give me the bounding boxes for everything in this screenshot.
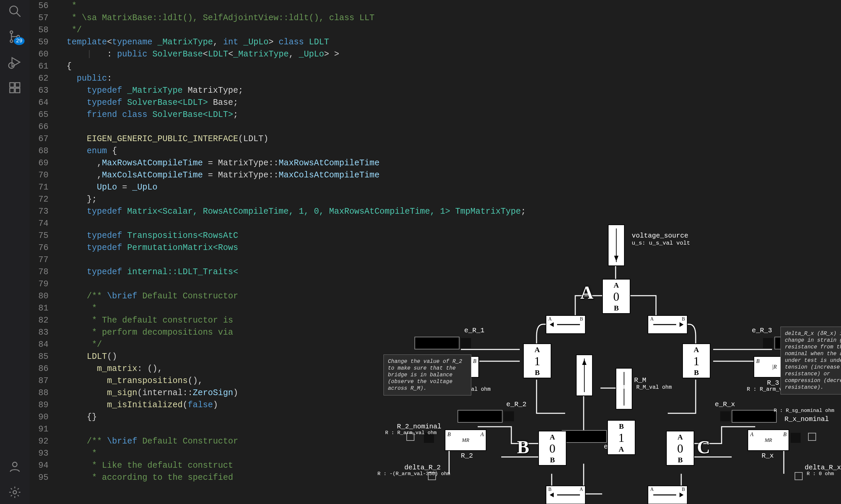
- svg-marker-5: [12, 58, 20, 67]
- svg-point-0: [10, 6, 17, 14]
- center-flow-block: [576, 355, 593, 396]
- svg-rect-8: [16, 83, 20, 87]
- value-RM: R : R_M_val ohm: [623, 384, 672, 391]
- svg-rect-10: [16, 88, 20, 93]
- effort-eR2: [458, 410, 502, 423]
- resistor-Rx: ABMR: [748, 429, 789, 451]
- label-eR2: e_R_2: [506, 400, 527, 408]
- junction-C: AB: [666, 431, 694, 466]
- bond-A-right: AB: [648, 315, 688, 334]
- voltage-source-block: [608, 224, 625, 266]
- svg-line-1: [16, 13, 20, 17]
- junction-A: AB: [602, 279, 631, 314]
- note-left: Change the value of R_2 to make sure tha…: [383, 355, 471, 395]
- junction-left-1: AB: [523, 343, 551, 378]
- label-eR3: e_R_3: [752, 327, 772, 334]
- note-right: delta_R_x (δR_x) is the change in strain…: [780, 327, 841, 394]
- label-R2: R_2: [461, 452, 473, 460]
- value-Rx-nominal: R : R_sg_nominal ohm: [774, 408, 834, 414]
- run-debug-icon[interactable]: [7, 54, 22, 70]
- search-icon[interactable]: [7, 3, 22, 19]
- settings-icon[interactable]: [7, 485, 22, 500]
- voltage-source-value: u_s: u_s_val volt: [632, 240, 690, 246]
- svg-point-11: [13, 462, 17, 467]
- effort-eRx: [732, 410, 777, 423]
- svg-marker-16: [583, 360, 586, 364]
- activity-bar: 29: [0, 0, 30, 504]
- source-control-icon[interactable]: 29: [7, 29, 22, 44]
- value-deltaRx: R : 0 ohm: [807, 471, 834, 477]
- value-deltaR2: R : -(R_arm_val-350) ohm: [377, 471, 450, 477]
- circuit-diagram-overlay: voltage_source u_s: u_s_val volt AB A AB…: [320, 0, 841, 504]
- resistor-R2: BAMR: [445, 429, 486, 451]
- voltage-source-name: voltage_source: [632, 232, 688, 239]
- effort-eR1: [414, 337, 460, 349]
- label-eR1: e_R_1: [464, 327, 484, 334]
- effort-eRM: [562, 430, 607, 443]
- label-eRx: e_R_x: [715, 400, 735, 408]
- label-Rx: R_x: [761, 452, 774, 460]
- label-R2-nominal: R_2_nominal: [397, 423, 441, 430]
- port-Rx-nom-in: [808, 433, 816, 441]
- label-deltaR2: delta_R_2: [404, 464, 441, 471]
- bond-A-left: AB: [546, 315, 586, 334]
- code-editor[interactable]: 5657585960616263646566676869707172737475…: [30, 0, 841, 504]
- port-eR1: [461, 338, 471, 348]
- bond-bottom-right: AB: [648, 486, 688, 504]
- line-number-gutter: 5657585960616263646566676869707172737475…: [30, 0, 54, 504]
- label-R3: R_3: [767, 379, 779, 387]
- scm-badge: 29: [14, 37, 24, 45]
- junction-right-1: AB: [682, 343, 710, 378]
- port-eRx: [720, 411, 730, 421]
- label-deltaRx: delta_R_x: [805, 464, 841, 471]
- label-Rx-nominal: R_x_nominal: [785, 415, 829, 423]
- bond-bottom-left: BA: [546, 486, 586, 504]
- svg-point-3: [10, 40, 13, 43]
- junction-center-1: BA: [607, 420, 635, 455]
- port-deltaRx-in: [794, 472, 803, 480]
- label-RM: R_M: [634, 376, 646, 384]
- node-letter-C: C: [697, 437, 710, 457]
- svg-rect-7: [10, 83, 14, 87]
- svg-rect-9: [10, 88, 14, 93]
- svg-point-12: [13, 490, 16, 494]
- extensions-icon[interactable]: [7, 80, 22, 95]
- port-eR3: [763, 338, 773, 348]
- node-letter-A: A: [580, 282, 594, 303]
- node-letter-B: B: [517, 437, 529, 457]
- svg-marker-14: [615, 256, 618, 260]
- svg-point-2: [10, 31, 13, 34]
- value-R2-nominal: R : R_arm_val ohm: [385, 430, 437, 436]
- port-Rx-sum: [791, 433, 801, 443]
- account-icon[interactable]: [7, 459, 22, 474]
- port-eR2: [504, 411, 514, 421]
- junction-B: AB: [538, 431, 566, 466]
